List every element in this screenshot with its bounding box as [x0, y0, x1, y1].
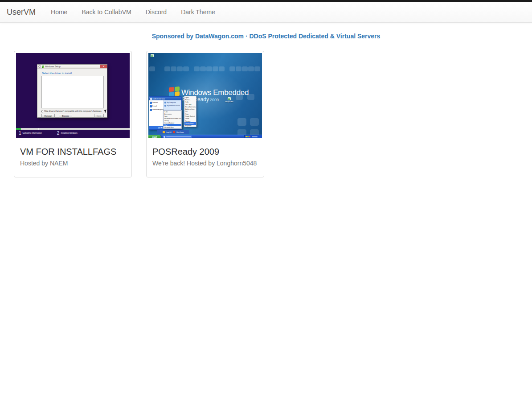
dialog-titlebar: Windows Setup ✕: [37, 65, 107, 69]
logoff-row: Log Off Shut Down: [157, 130, 189, 134]
taskbar: start: [148, 135, 262, 138]
submenu-item: Microsoft Office: [164, 126, 181, 128]
dialog-title: Windows Setup: [45, 65, 61, 68]
next-button: Next: [94, 114, 104, 118]
sponsor-line: Sponsored by DataWagon.com · DDoS Protec…: [0, 33, 532, 40]
navbar: UserVM HomeBack to CollabVMDiscordDark T…: [0, 2, 532, 23]
app-icon: [150, 105, 152, 107]
tray-icon: [247, 136, 249, 137]
navbar-menu: HomeBack to CollabVMDiscordDark Theme: [44, 2, 222, 22]
nav-link[interactable]: Dark Theme: [174, 2, 222, 22]
vm-screenshot-windows-setup[interactable]: Windows Setup ✕ Select the driver to ins…: [16, 53, 130, 138]
nav-link[interactable]: Home: [44, 2, 74, 22]
vm-subtitle: Hosted by NAEM: [20, 160, 126, 167]
checkbox-icon: [41, 111, 43, 112]
submenu-item: Microsoft Visual Studio 2005: [164, 117, 181, 119]
wallpaper-tiles-row: [149, 66, 155, 71]
vm-card-installfags[interactable]: Windows Setup ✕ Select the driver to ins…: [14, 51, 132, 177]
nav-link[interactable]: Discord: [139, 2, 174, 22]
windows-setup-dialog: Windows Setup ✕ Select the driver to ins…: [37, 64, 107, 118]
avatar: [150, 98, 152, 100]
start-menu-item: Internet: [149, 101, 164, 104]
vm-card-list: Windows Setup ✕ Select the driver to ins…: [14, 51, 532, 177]
vm-title: POSReady 2009: [152, 147, 258, 157]
browse-button: Browse: [59, 114, 72, 118]
driver-listbox: [41, 76, 104, 108]
setup-step: 1Collecting information: [19, 131, 42, 136]
vm-title: VM FOR INSTALLFAGS: [20, 147, 126, 157]
setup-step: 2Installing Windows: [57, 131, 78, 136]
hide-drivers-checkbox: Hide drivers that aren't compatible with…: [41, 110, 102, 112]
programs-submenu: 7-ZipAccessoriesJavaMicrosoft Visual Stu…: [163, 110, 182, 129]
clock: [252, 136, 258, 137]
context-menu: OpenRun as...7-ZipCRC SHAPin to Start me…: [184, 96, 196, 127]
context-menu-item: Properties: [184, 125, 196, 127]
context-menu-item: Pin to Start menu: [184, 106, 196, 108]
sponsor-link[interactable]: DataWagon.com: [195, 33, 244, 40]
start-menu-user: Administrator: [149, 97, 181, 100]
tray-icon: [246, 136, 247, 137]
setup-progress-fill: [16, 128, 21, 130]
start-menu-left-column: InternetE-mailInternet Explorer: [149, 100, 164, 127]
sponsor-prefix: Sponsored by: [152, 33, 195, 40]
app-icon: [164, 102, 166, 103]
tray-icon: [249, 136, 250, 137]
main-content: Sponsored by DataWagon.com · DDoS Protec…: [0, 33, 532, 177]
vm-screenshot-posready-desktop[interactable]: Windows Embedded POSReady2009 Recycle Bi…: [148, 53, 262, 138]
start-menu-item: My Computer: [164, 101, 181, 104]
nav-link[interactable]: Back to CollabVM: [74, 2, 138, 22]
desktop-icon-glyph: [151, 54, 154, 57]
close-icon: ✕: [100, 65, 107, 68]
vm-subtitle: We're back! Hosted by Longhorn5048: [152, 160, 258, 167]
app-icon: [150, 102, 152, 104]
ie-icon: [164, 136, 165, 138]
context-menu-item: Add to archive...: [184, 108, 196, 110]
recycle-bin-icon: Recycle Bin: [225, 97, 233, 103]
setup-steps: 1Collecting information2Installing Windo…: [16, 131, 130, 136]
navbar-brand[interactable]: UserVM: [7, 8, 36, 17]
wallpaper-tiles-bottom: [237, 118, 246, 126]
start-menu-item: Internet Explorer: [149, 108, 164, 111]
windows-flag-icon: [42, 66, 44, 68]
dialog-heading: Select the driver to install: [42, 72, 72, 74]
start-menu-item: My Network Places: [164, 104, 181, 107]
vm-card-caption: VM FOR INSTALLFAGS Hosted by NAEM: [16, 138, 130, 175]
mouse-cursor-icon: [104, 109, 107, 113]
log-off-icon: [163, 131, 165, 133]
setup-progress-tick: [38, 128, 39, 130]
windows-flag-icon: [169, 87, 180, 97]
start-button: start: [148, 135, 161, 139]
taskbar-window-button: [163, 136, 192, 138]
system-tray: [244, 135, 262, 139]
context-menu-item: Create Shortcut: [184, 115, 196, 117]
start-menu-item: E-mail: [149, 104, 164, 108]
vm-card-caption: POSReady 2009 We're back! Hosted by Long…: [148, 138, 262, 175]
setup-progress-track: [16, 128, 130, 130]
desktop-icon: [151, 54, 154, 58]
back-icon: [38, 65, 41, 68]
vm-card-posready[interactable]: Windows Embedded POSReady2009 Recycle Bi…: [146, 51, 264, 177]
sponsor-suffix: · DDoS Protected Dedicated & Virtual Ser…: [244, 33, 380, 40]
shut-down-icon: [173, 131, 175, 133]
rescan-button: Rescan: [41, 114, 55, 118]
app-icon: [150, 109, 152, 111]
app-icon: [164, 105, 166, 107]
